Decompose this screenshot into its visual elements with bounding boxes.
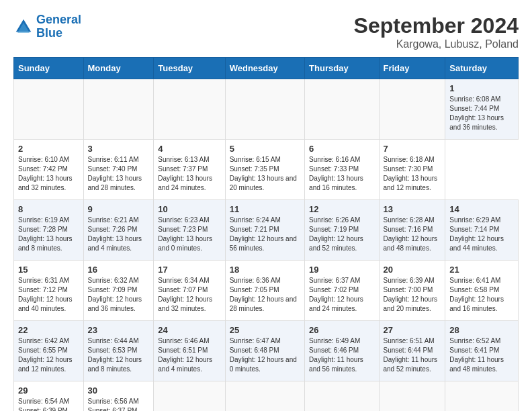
day-number: 3 bbox=[88, 144, 150, 154]
day-number: 24 bbox=[158, 325, 220, 335]
day-number: 6 bbox=[309, 144, 374, 154]
location: Kargowa, Lubusz, Poland bbox=[354, 38, 519, 50]
day-info: Sunrise: 6:13 AMSunset: 7:37 PMDaylight:… bbox=[158, 155, 220, 193]
calendar-cell: 22Sunrise: 6:42 AMSunset: 6:55 PMDayligh… bbox=[14, 321, 84, 381]
day-info: Sunrise: 6:42 AMSunset: 6:55 PMDaylight:… bbox=[18, 336, 79, 374]
calendar-cell: 5Sunrise: 6:15 AMSunset: 7:35 PMDaylight… bbox=[225, 140, 304, 200]
day-info: Sunrise: 6:51 AMSunset: 6:44 PMDaylight:… bbox=[384, 336, 441, 374]
day-number: 8 bbox=[18, 204, 79, 214]
day-info: Sunrise: 6:34 AMSunset: 7:07 PMDaylight:… bbox=[158, 276, 220, 314]
day-number: 7 bbox=[384, 144, 441, 154]
day-number: 16 bbox=[88, 265, 150, 275]
day-info: Sunrise: 6:54 AMSunset: 6:39 PMDaylight:… bbox=[18, 397, 79, 411]
day-number: 12 bbox=[309, 204, 374, 214]
calendar-header-row: SundayMondayTuesdayWednesdayThursdayFrid… bbox=[14, 58, 519, 79]
day-info: Sunrise: 6:16 AMSunset: 7:33 PMDaylight:… bbox=[309, 155, 374, 193]
day-number: 11 bbox=[230, 204, 300, 214]
calendar-cell: 16Sunrise: 6:32 AMSunset: 7:09 PMDayligh… bbox=[83, 261, 154, 321]
day-info: Sunrise: 6:47 AMSunset: 6:48 PMDaylight:… bbox=[230, 336, 300, 374]
calendar-cell: 1Sunrise: 6:08 AMSunset: 7:44 PMDaylight… bbox=[445, 79, 519, 140]
day-info: Sunrise: 6:24 AMSunset: 7:21 PMDaylight:… bbox=[230, 216, 300, 253]
day-number: 19 bbox=[309, 265, 374, 275]
calendar-cell bbox=[154, 381, 225, 412]
day-info: Sunrise: 6:44 AMSunset: 6:53 PMDaylight:… bbox=[88, 336, 150, 374]
calendar-cell: 24Sunrise: 6:46 AMSunset: 6:51 PMDayligh… bbox=[154, 321, 225, 381]
calendar-cell: 28Sunrise: 6:52 AMSunset: 6:41 PMDayligh… bbox=[445, 321, 519, 381]
calendar-cell: 12Sunrise: 6:26 AMSunset: 7:19 PMDayligh… bbox=[305, 200, 379, 261]
header-day-monday: Monday bbox=[83, 58, 154, 79]
calendar-week-row: 22Sunrise: 6:42 AMSunset: 6:55 PMDayligh… bbox=[14, 321, 519, 381]
calendar-cell: 9Sunrise: 6:21 AMSunset: 7:26 PMDaylight… bbox=[83, 200, 154, 261]
day-number: 28 bbox=[449, 325, 514, 335]
calendar-cell: 20Sunrise: 6:39 AMSunset: 7:00 PMDayligh… bbox=[379, 261, 445, 321]
day-number: 9 bbox=[88, 204, 150, 214]
day-info: Sunrise: 6:08 AMSunset: 7:44 PMDaylight:… bbox=[449, 95, 514, 132]
day-info: Sunrise: 6:10 AMSunset: 7:42 PMDaylight:… bbox=[18, 155, 79, 193]
calendar-cell: 2Sunrise: 6:10 AMSunset: 7:42 PMDaylight… bbox=[14, 140, 84, 200]
day-info: Sunrise: 6:36 AMSunset: 7:05 PMDaylight:… bbox=[230, 276, 300, 314]
calendar-cell: 7Sunrise: 6:18 AMSunset: 7:30 PMDaylight… bbox=[379, 140, 445, 200]
logo-text: General Blue bbox=[36, 13, 81, 40]
header-day-sunday: Sunday bbox=[14, 58, 84, 79]
day-info: Sunrise: 6:49 AMSunset: 6:46 PMDaylight:… bbox=[309, 336, 374, 374]
calendar-cell: 10Sunrise: 6:23 AMSunset: 7:23 PMDayligh… bbox=[154, 200, 225, 261]
day-number: 2 bbox=[18, 144, 79, 154]
day-number: 10 bbox=[158, 204, 220, 214]
day-number: 18 bbox=[230, 265, 300, 275]
header-day-thursday: Thursday bbox=[305, 58, 379, 79]
calendar-table: SundayMondayTuesdayWednesdayThursdayFrid… bbox=[13, 57, 519, 411]
logo: General Blue bbox=[13, 13, 81, 40]
calendar-cell: 26Sunrise: 6:49 AMSunset: 6:46 PMDayligh… bbox=[305, 321, 379, 381]
day-number: 5 bbox=[230, 144, 300, 154]
logo-line2: Blue bbox=[36, 26, 62, 40]
calendar-cell bbox=[154, 79, 225, 140]
day-number: 1 bbox=[449, 83, 514, 93]
day-number: 23 bbox=[88, 325, 150, 335]
header-day-saturday: Saturday bbox=[445, 58, 519, 79]
day-info: Sunrise: 6:26 AMSunset: 7:19 PMDaylight:… bbox=[309, 216, 374, 253]
calendar-cell bbox=[379, 381, 445, 412]
calendar-cell: 19Sunrise: 6:37 AMSunset: 7:02 PMDayligh… bbox=[305, 261, 379, 321]
day-info: Sunrise: 6:11 AMSunset: 7:40 PMDaylight:… bbox=[88, 155, 150, 193]
calendar-cell: 3Sunrise: 6:11 AMSunset: 7:40 PMDaylight… bbox=[83, 140, 154, 200]
calendar-cell: 4Sunrise: 6:13 AMSunset: 7:37 PMDaylight… bbox=[154, 140, 225, 200]
day-number: 14 bbox=[449, 204, 514, 214]
day-number: 27 bbox=[384, 325, 441, 335]
day-info: Sunrise: 6:39 AMSunset: 7:00 PMDaylight:… bbox=[384, 276, 441, 314]
calendar-cell: 15Sunrise: 6:31 AMSunset: 7:12 PMDayligh… bbox=[14, 261, 84, 321]
day-info: Sunrise: 6:29 AMSunset: 7:14 PMDaylight:… bbox=[449, 216, 514, 253]
calendar-cell bbox=[305, 381, 379, 412]
day-number: 21 bbox=[449, 265, 514, 275]
day-info: Sunrise: 6:41 AMSunset: 6:58 PMDaylight:… bbox=[449, 276, 514, 314]
day-info: Sunrise: 6:31 AMSunset: 7:12 PMDaylight:… bbox=[18, 276, 79, 314]
calendar-cell: 8Sunrise: 6:19 AMSunset: 7:28 PMDaylight… bbox=[14, 200, 84, 261]
calendar-cell bbox=[379, 79, 445, 140]
calendar-week-row: 2Sunrise: 6:10 AMSunset: 7:42 PMDaylight… bbox=[14, 140, 519, 200]
calendar-cell: 30Sunrise: 6:56 AMSunset: 6:37 PMDayligh… bbox=[83, 381, 154, 412]
calendar-cell: 18Sunrise: 6:36 AMSunset: 7:05 PMDayligh… bbox=[225, 261, 304, 321]
day-info: Sunrise: 6:37 AMSunset: 7:02 PMDaylight:… bbox=[309, 276, 374, 314]
calendar-cell: 27Sunrise: 6:51 AMSunset: 6:44 PMDayligh… bbox=[379, 321, 445, 381]
month-title: September 2024 bbox=[354, 13, 519, 38]
day-info: Sunrise: 6:15 AMSunset: 7:35 PMDaylight:… bbox=[230, 155, 300, 193]
calendar-cell bbox=[445, 381, 519, 412]
calendar-cell bbox=[14, 79, 84, 140]
calendar-cell: 13Sunrise: 6:28 AMSunset: 7:16 PMDayligh… bbox=[379, 200, 445, 261]
calendar-cell bbox=[305, 79, 379, 140]
day-info: Sunrise: 6:18 AMSunset: 7:30 PMDaylight:… bbox=[384, 155, 441, 193]
logo-icon bbox=[13, 17, 34, 37]
calendar-cell bbox=[83, 79, 154, 140]
calendar-cell: 23Sunrise: 6:44 AMSunset: 6:53 PMDayligh… bbox=[83, 321, 154, 381]
day-info: Sunrise: 6:21 AMSunset: 7:26 PMDaylight:… bbox=[88, 216, 150, 253]
day-number: 4 bbox=[158, 144, 220, 154]
day-info: Sunrise: 6:28 AMSunset: 7:16 PMDaylight:… bbox=[384, 216, 441, 253]
calendar-week-row: 1Sunrise: 6:08 AMSunset: 7:44 PMDaylight… bbox=[14, 79, 519, 140]
calendar-cell: 21Sunrise: 6:41 AMSunset: 6:58 PMDayligh… bbox=[445, 261, 519, 321]
day-info: Sunrise: 6:19 AMSunset: 7:28 PMDaylight:… bbox=[18, 216, 79, 253]
day-number: 26 bbox=[309, 325, 374, 335]
day-info: Sunrise: 6:23 AMSunset: 7:23 PMDaylight:… bbox=[158, 216, 220, 253]
day-number: 25 bbox=[230, 325, 300, 335]
calendar-cell: 6Sunrise: 6:16 AMSunset: 7:33 PMDaylight… bbox=[305, 140, 379, 200]
calendar-week-row: 15Sunrise: 6:31 AMSunset: 7:12 PMDayligh… bbox=[14, 261, 519, 321]
calendar-cell bbox=[225, 79, 304, 140]
